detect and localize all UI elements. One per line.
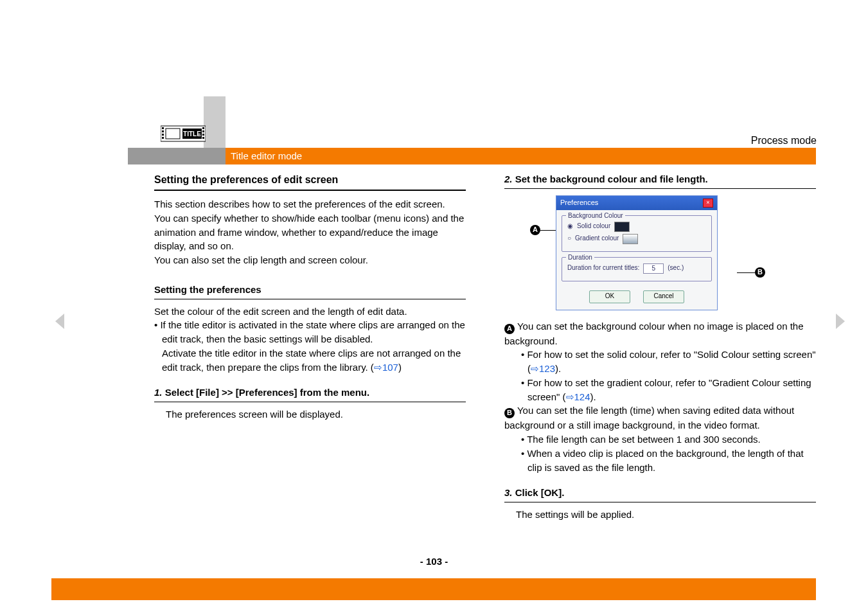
gradient-colour-swatch	[623, 234, 638, 244]
bar-grey-segment	[128, 148, 226, 164]
footer-orange-bar	[51, 578, 816, 600]
dialog-title-text: Preferences	[560, 198, 598, 208]
heading-setting-preferences-edit-screen: Setting the preferences of edit screen	[154, 172, 466, 187]
a-sub1-text: • For how to set the solid colour, refer…	[521, 349, 816, 374]
title-filmstrip-icon: TITLE	[161, 122, 206, 145]
header-grey-block	[204, 96, 226, 148]
dialog-titlebar: Preferences ×	[556, 196, 717, 210]
close-icon: ×	[703, 199, 713, 208]
title-editor-bar: Title editor mode	[128, 148, 816, 164]
intro-para-3: You can also set the clip length and scr…	[154, 253, 466, 267]
step-2: 2. Set the background colour and file le…	[504, 172, 816, 186]
a-sub2-suffix: ).	[590, 391, 596, 402]
radio-solid-icon: ◉	[567, 222, 573, 231]
link-123[interactable]: ⇨123	[531, 363, 555, 374]
prev-page-arrow[interactable]	[55, 314, 64, 329]
svg-rect-2	[162, 130, 164, 132]
callout-a-badge: A	[504, 324, 515, 334]
radio-solid-label: Solid colour	[577, 222, 610, 231]
svg-rect-4	[162, 137, 164, 139]
preferences-dialog: Preferences × Background Colour ◉ Solid …	[556, 195, 718, 310]
background-colour-group: Background Colour ◉ Solid colour ○ Gradi…	[562, 215, 712, 252]
callout-b-badge: B	[504, 408, 515, 418]
duration-label: Duration for current titles:	[567, 263, 639, 273]
intro-para-1: This section describes how to set the pr…	[154, 197, 466, 211]
callout-a-sub1: • For how to set the solid colour, refer…	[527, 348, 816, 376]
callout-a-desc: A You can set the background colour when…	[504, 319, 816, 348]
solid-colour-swatch	[614, 222, 630, 232]
step-1-number: 1.	[154, 387, 163, 398]
duration-legend: Duration	[566, 253, 594, 263]
note-editor-state: • If the title editor is activated in th…	[162, 318, 466, 346]
divider	[154, 402, 466, 402]
duration-value: 5	[643, 263, 664, 274]
divider	[154, 299, 466, 299]
step-3-body: The settings will be applied.	[516, 508, 816, 522]
note-text-c: )	[398, 362, 402, 373]
radio-gradient-label: Gradient colour	[575, 234, 619, 244]
title-editor-mode-label: Title editor mode	[231, 148, 302, 164]
a-sub1-suffix: ).	[555, 363, 561, 374]
preferences-dialog-illustration: A Preferences × Background Colour ◉ Soli…	[530, 195, 742, 310]
link-107[interactable]: ⇨107	[374, 362, 398, 373]
right-column: 2. Set the background colour and file le…	[504, 171, 816, 522]
svg-rect-3	[162, 134, 164, 136]
next-page-arrow[interactable]	[836, 314, 845, 329]
intro-para-2: You can specify whether to show/hide eac…	[154, 211, 466, 253]
step-1-title: Select [File] >> [Preferences] from the …	[165, 387, 369, 398]
callout-b-icon: B	[755, 267, 765, 278]
svg-rect-1	[162, 127, 164, 129]
a-sub2-text: • For how to set the gradient colour, re…	[521, 377, 811, 402]
setting-pref-desc: Set the colour of the edit screen and th…	[154, 305, 466, 319]
divider	[154, 190, 466, 191]
callout-b-line	[737, 272, 755, 273]
callout-a-icon: A	[530, 225, 540, 235]
callout-b-desc: B You can set the file length (time) whe…	[504, 404, 816, 432]
left-column: Setting the preferences of edit screen T…	[154, 171, 466, 522]
cancel-button: Cancel	[643, 290, 684, 303]
link-124[interactable]: ⇨124	[566, 391, 590, 402]
process-mode-label: Process mode	[751, 135, 817, 147]
callout-b-sub2: • When a video clip is placed on the bac…	[527, 447, 816, 475]
svg-rect-8	[202, 137, 204, 139]
step-1-body: The preferences screen will be displayed…	[166, 407, 466, 422]
step-1: 1. Select [File] >> [Preferences] from t…	[154, 386, 466, 400]
step-3-number: 3.	[504, 487, 513, 498]
title-icon-text: TITLE	[183, 130, 201, 138]
callout-b-sub1: • The file length can be set between 1 a…	[527, 432, 816, 447]
step-3-title: Click [OK].	[515, 487, 565, 498]
callout-a-text: You can set the background colour when n…	[504, 321, 804, 346]
svg-rect-9	[166, 129, 180, 139]
svg-rect-7	[202, 134, 204, 136]
step-2-number: 2.	[504, 173, 513, 184]
page-number: - 103 -	[0, 556, 868, 567]
step-3: 3. Click [OK].	[504, 486, 816, 500]
note-text-b: Activate the title editor in the state w…	[162, 348, 461, 373]
radio-gradient-icon: ○	[567, 234, 571, 244]
svg-rect-6	[202, 130, 204, 132]
duration-unit: (sec.)	[668, 263, 684, 273]
divider	[504, 502, 816, 502]
bg-colour-legend: Background Colour	[566, 211, 625, 221]
note-text-a: • If the title editor is activated in th…	[154, 319, 465, 344]
svg-rect-5	[202, 127, 204, 129]
callout-a-sub2: • For how to set the gradient colour, re…	[527, 376, 816, 404]
step-2-title: Set the background colour and file lengt…	[515, 173, 708, 184]
heading-setting-preferences: Setting the preferences	[154, 283, 466, 297]
callout-b-text: You can set the file length (time) when …	[504, 405, 794, 431]
note-activate-editor: Activate the title editor in the state w…	[162, 346, 466, 375]
ok-button: OK	[589, 290, 630, 303]
duration-group: Duration Duration for current titles: 5 …	[562, 257, 712, 281]
divider	[504, 188, 816, 189]
